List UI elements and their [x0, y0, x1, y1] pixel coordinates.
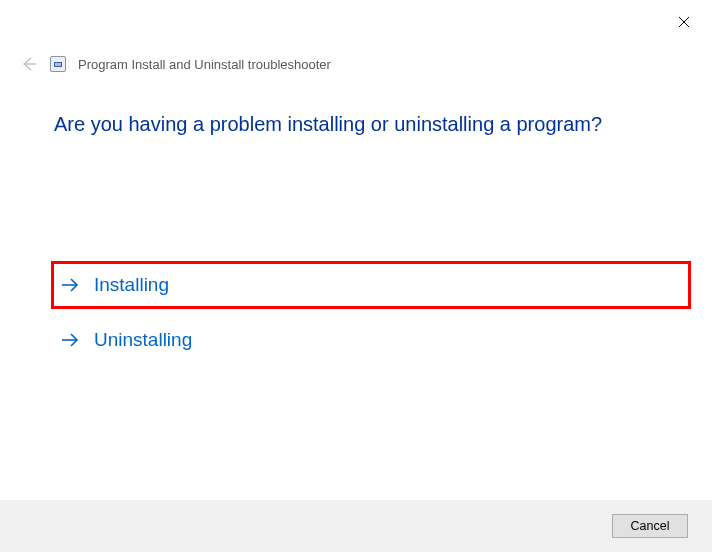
footer: Cancel [0, 500, 712, 552]
arrow-right-icon [60, 275, 80, 295]
app-icon [50, 56, 66, 72]
main-content: Are you having a problem installing or u… [54, 110, 688, 361]
arrow-right-icon [60, 330, 80, 350]
option-label: Installing [94, 274, 169, 296]
option-uninstalling[interactable]: Uninstalling [54, 319, 688, 361]
cancel-button[interactable]: Cancel [612, 514, 688, 538]
option-installing[interactable]: Installing [51, 261, 691, 309]
arrow-left-icon [18, 54, 38, 74]
question-heading: Are you having a problem installing or u… [54, 110, 688, 138]
option-label: Uninstalling [94, 329, 192, 351]
close-icon [678, 16, 690, 28]
options-list: Installing Uninstalling [54, 261, 688, 361]
app-title: Program Install and Uninstall troublesho… [78, 57, 331, 72]
svg-rect-4 [55, 63, 61, 66]
back-button[interactable] [18, 54, 38, 74]
close-button[interactable] [670, 8, 698, 36]
titlebar: Program Install and Uninstall troublesho… [18, 54, 331, 74]
